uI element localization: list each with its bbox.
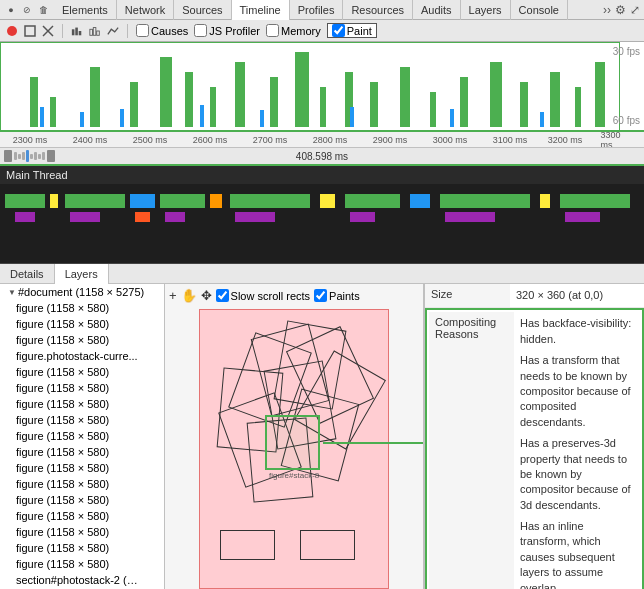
svg-point-0 [7,26,17,36]
fps-60-label: 60 fps [613,115,640,126]
scrubber-handle-left[interactable] [4,150,12,162]
layer-figure-9[interactable]: figure (1158 × 580) [0,444,164,460]
memory-input[interactable] [266,24,279,37]
timeline-chart: 30 fps 60 fps [0,42,644,132]
bottom-rect-0 [220,530,275,560]
scrubber-handle-right[interactable] [47,150,55,162]
layer-figure-10[interactable]: figure (1158 × 580) [0,460,164,476]
trash-icon[interactable]: 🗑 [36,3,50,17]
slow-scroll-checkbox[interactable]: Slow scroll rects [216,289,310,302]
time-tick-2: 2500 ms [133,135,168,145]
layer-figure-photostack[interactable]: figure.photostack-curre... [0,348,164,364]
layer-figure-6[interactable]: figure (1158 × 580) [0,396,164,412]
layer-figure-5[interactable]: figure (1158 × 580) [0,380,164,396]
comp-reason-0: Has backface-visibility: hidden. [520,316,634,347]
dot6 [38,154,41,159]
circle-icon[interactable]: ● [4,3,18,17]
chevron-icon[interactable]: ›› [603,3,611,17]
layer-figure-1[interactable]: figure (1158 × 580) [0,316,164,332]
canvas-area[interactable]: + ✋ ✥ Slow scroll rects Paints [165,284,424,589]
timeline-canvas[interactable] [0,42,620,132]
time-tick-10: 3300 ms [601,132,630,148]
clear-button[interactable] [42,25,54,37]
record-button[interactable] [6,25,18,37]
layer-figure-14[interactable]: figure (1158 × 580) [0,524,164,540]
tab-layers[interactable]: Layers [461,0,511,20]
layer-figure-15[interactable]: figure (1158 × 580) [0,540,164,556]
svg-rect-9 [97,31,100,35]
layer-figure-12[interactable]: figure (1158 × 580) [0,492,164,508]
layer-figure-2[interactable]: figure (1158 × 580) [0,332,164,348]
paint-input[interactable] [332,24,345,37]
svg-rect-6 [79,31,82,35]
comp-reason-2: Has a preserves-3d property that needs t… [520,436,634,513]
tab-profiles[interactable]: Profiles [290,0,344,20]
tab-console[interactable]: Console [511,0,568,20]
scrubber-bar[interactable]: 408.598 ms [0,148,644,166]
layer-figure-7[interactable]: figure (1158 × 580) [0,412,164,428]
time-tick-4: 2700 ms [253,135,288,145]
tab-layers-detail[interactable]: Layers [55,264,109,284]
thread-label: Main Thread [0,166,644,184]
tab-timeline[interactable]: Timeline [232,0,290,20]
thread-canvas[interactable] [0,184,644,264]
dot5 [34,152,37,160]
paints-input[interactable] [314,289,327,302]
move-button[interactable]: ✥ [201,288,212,303]
bottom-rect-1 [300,530,355,560]
causes-input[interactable] [136,24,149,37]
dot7 [42,152,45,160]
gear-icon[interactable]: ⚙ [615,3,626,17]
pan-button[interactable]: ✋ [181,288,197,303]
chart-icon2[interactable] [89,25,101,37]
thread-timeline[interactable] [0,184,644,264]
time-ruler: 2300 ms 2400 ms 2500 ms 2600 ms 2700 ms … [0,132,644,148]
info-panel: Size 320 × 360 (at 0,0) Compositing Reas… [424,284,644,589]
tab-details[interactable]: Details [0,264,55,284]
add-layer-button[interactable]: + [169,288,177,303]
layer-section[interactable]: section#photostack-2 (… [0,572,164,588]
chart-icon3[interactable] [107,25,119,37]
compositing-label: Compositing Reasons [429,312,514,589]
paint-checkbox-box: Paint [327,23,377,38]
layer-figure-0[interactable]: figure (1158 × 580) [0,300,164,316]
layer-figure-4[interactable]: figure (1158 × 580) [0,364,164,380]
memory-checkbox[interactable]: Memory [266,24,321,37]
tab-audits[interactable]: Audits [413,0,461,20]
dot-active [26,150,29,162]
tab-sources[interactable]: Sources [174,0,231,20]
svg-rect-8 [93,27,96,35]
paints-checkbox[interactable]: Paints [314,289,360,302]
bottom-panel: ▼ #document (1158 × 5275) figure (1158 ×… [0,284,644,589]
comp-reason-3: Has an inline transform, which causes su… [520,519,634,589]
layer-figure-13[interactable]: figure (1158 × 580) [0,508,164,524]
layer-document[interactable]: ▼ #document (1158 × 5275) [0,284,164,300]
tab-elements[interactable]: Elements [54,0,117,20]
stop-button[interactable] [24,25,36,37]
layer-figure-16[interactable]: figure (1158 × 580) [0,556,164,572]
layer-figure-11[interactable]: figure (1158 × 580) [0,476,164,492]
time-tick-5: 2800 ms [313,135,348,145]
chart-icon1[interactable] [71,25,83,37]
js-profiler-checkbox[interactable]: JS Profiler [194,24,260,37]
slow-scroll-input[interactable] [216,289,229,302]
scrubber-time: 408.598 ms [296,151,348,162]
time-tick-8: 3100 ms [493,135,528,145]
tab-network[interactable]: Network [117,0,174,20]
svg-rect-1 [25,26,35,36]
js-profiler-input[interactable] [194,24,207,37]
layer-tree[interactable]: ▼ #document (1158 × 5275) figure (1158 ×… [0,284,165,589]
expand-icon[interactable]: ⤢ [630,3,640,17]
paint-checkbox[interactable]: Paint [332,24,372,37]
fps-30-label: 30 fps [613,46,640,57]
comp-reason-1: Has a transform that needs to be known b… [520,353,634,430]
time-tick-0: 2300 ms [13,135,48,145]
time-tick-7: 3000 ms [433,135,468,145]
nav-icons: ● ⊘ 🗑 [4,3,50,17]
causes-checkbox[interactable]: Causes [136,24,188,37]
tab-resources[interactable]: Resources [343,0,413,20]
ban-icon[interactable]: ⊘ [20,3,34,17]
dot2 [18,154,21,159]
toolbar-right: ›› ⚙ ⤢ [603,3,640,17]
layer-figure-8[interactable]: figure (1158 × 580) [0,428,164,444]
